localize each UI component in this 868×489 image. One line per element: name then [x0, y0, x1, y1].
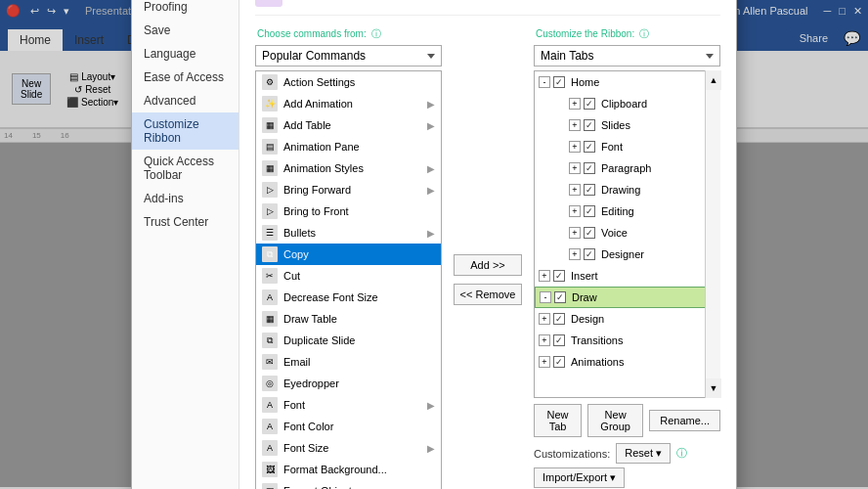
tree-checkbox[interactable] — [584, 141, 595, 153]
command-item[interactable]: AFont Size▶ — [256, 437, 441, 459]
rename-btn[interactable]: Rename... — [649, 410, 720, 431]
tree-item[interactable]: +Design — [535, 308, 719, 330]
tree-item[interactable]: +Insert — [535, 265, 719, 287]
tree-item[interactable]: +Drawing — [535, 179, 719, 200]
tree-item[interactable]: +Designer — [535, 244, 719, 265]
tree-item[interactable]: +Slides — [535, 114, 719, 136]
reset-dropdown-btn[interactable]: Reset ▾ — [616, 443, 671, 464]
command-item[interactable]: ⚙Action Settings — [256, 71, 441, 93]
ribbon-tree[interactable]: -Home+Clipboard+Slides+Font+Paragraph+Dr… — [534, 70, 720, 398]
tree-expand-btn[interactable]: - — [540, 291, 551, 303]
tree-item[interactable]: +Voice — [535, 222, 719, 244]
command-item[interactable]: ▦Draw Table — [256, 308, 441, 330]
command-icon: ◎ — [262, 376, 278, 391]
nav-save[interactable]: Save — [132, 19, 239, 42]
command-item[interactable]: AFont▶ — [256, 394, 441, 416]
nav-quick-access[interactable]: Quick Access Toolbar — [132, 150, 239, 187]
tree-expand-btn[interactable]: + — [569, 184, 581, 196]
ribbon-tree-bottom: New Tab New Group Rename... — [534, 404, 720, 437]
tree-checkbox[interactable] — [584, 205, 595, 217]
tree-item-label: Clipboard — [601, 98, 647, 110]
commands-help-icon[interactable]: ⓘ — [371, 28, 381, 39]
tree-item[interactable]: -Draw — [535, 287, 719, 308]
tree-checkbox[interactable] — [584, 227, 595, 239]
tree-expand-btn[interactable]: + — [569, 162, 581, 174]
tree-checkbox[interactable] — [553, 313, 565, 325]
new-group-btn[interactable]: New Group — [587, 404, 643, 437]
new-tab-btn[interactable]: New Tab — [534, 404, 582, 437]
tree-item-label: Paragraph — [601, 162, 651, 174]
tree-expand-btn[interactable]: + — [569, 205, 581, 217]
remove-button[interactable]: << Remove — [454, 284, 522, 305]
tree-item[interactable]: -Home — [535, 71, 719, 93]
command-item[interactable]: ▦Animation Styles▶ — [256, 157, 441, 179]
tree-checkbox[interactable] — [584, 184, 595, 196]
command-icon: A — [262, 397, 278, 413]
command-item[interactable]: ▷Bring Forward▶ — [256, 179, 441, 200]
nav-proofing[interactable]: Proofing — [132, 0, 239, 19]
command-label: Bring to Front — [283, 205, 349, 217]
command-item[interactable]: ✨Add Animation▶ — [256, 93, 441, 114]
nav-advanced[interactable]: Advanced — [132, 89, 239, 112]
tree-checkbox[interactable] — [584, 98, 595, 110]
command-icon: ▦ — [262, 483, 278, 489]
scroll-down-btn[interactable]: ▼ — [706, 378, 721, 398]
command-label: Add Animation — [283, 98, 353, 110]
reset-help-icon[interactable]: ⓘ — [676, 446, 687, 461]
tree-expand-btn[interactable]: + — [569, 141, 581, 153]
command-item[interactable]: ✂Cut — [256, 265, 441, 287]
ribbon-help-icon[interactable]: ⓘ — [639, 28, 649, 39]
command-item[interactable]: ADecrease Font Size — [256, 287, 441, 308]
command-item[interactable]: ☰Bullets▶ — [256, 222, 441, 244]
tree-checkbox[interactable] — [553, 270, 565, 282]
tree-expand-btn[interactable]: + — [569, 227, 581, 239]
tree-item[interactable]: +Transitions — [535, 330, 719, 351]
commands-from-dropdown[interactable]: Popular Commands All Commands — [255, 45, 442, 67]
tree-item[interactable]: +Font — [535, 136, 719, 157]
tree-expand-btn[interactable]: + — [539, 356, 550, 368]
command-item[interactable]: ⧉Duplicate Slide — [256, 330, 441, 351]
command-item[interactable]: ▤Animation Pane — [256, 136, 441, 157]
command-icon: ✉ — [262, 354, 278, 370]
tree-checkbox[interactable] — [553, 76, 565, 88]
command-item[interactable]: ▷Bring to Front — [256, 200, 441, 222]
customizations-label: Customizations: — [534, 448, 610, 460]
tree-checkbox[interactable] — [553, 356, 565, 368]
tree-item[interactable]: +Clipboard — [535, 93, 719, 114]
command-icon: ▤ — [262, 139, 278, 155]
tree-checkbox[interactable] — [584, 248, 595, 260]
tree-checkbox[interactable] — [553, 334, 565, 346]
nav-language[interactable]: Language — [132, 42, 239, 66]
tree-checkbox[interactable] — [584, 162, 595, 174]
command-item[interactable]: 🖼Format Background... — [256, 459, 441, 480]
tree-expand-btn[interactable]: + — [569, 119, 581, 131]
tree-item[interactable]: +Animations — [535, 351, 719, 373]
tree-expand-btn[interactable]: + — [539, 270, 550, 282]
nav-ease[interactable]: Ease of Access — [132, 66, 239, 89]
command-label: Duplicate Slide — [283, 334, 355, 346]
tree-expand-btn[interactable]: + — [539, 313, 550, 325]
tree-expand-btn[interactable]: + — [569, 248, 581, 260]
command-item[interactable]: ◎Eyedropper — [256, 373, 441, 394]
tree-item[interactable]: +Paragraph — [535, 157, 719, 179]
command-item[interactable]: ▦Add Table▶ — [256, 114, 441, 136]
import-export-btn[interactable]: Import/Export ▾ — [534, 467, 625, 488]
tree-checkbox[interactable] — [554, 291, 566, 303]
tree-expand-btn[interactable]: - — [539, 76, 550, 88]
nav-customize-ribbon[interactable]: Customize Ribbon — [132, 112, 239, 150]
nav-trust[interactable]: Trust Center — [132, 210, 239, 234]
add-button[interactable]: Add >> — [454, 254, 522, 276]
nav-addins[interactable]: Add-ins — [132, 187, 239, 210]
commands-list[interactable]: ⚙Action Settings✨Add Animation▶▦Add Tabl… — [255, 70, 442, 489]
command-item[interactable]: ▦Format Object — [256, 480, 441, 489]
tree-checkbox[interactable] — [584, 119, 595, 131]
tree-expand-btn[interactable]: + — [539, 334, 550, 346]
commands-from-label: Choose commands from: ⓘ — [255, 27, 442, 41]
tree-item[interactable]: +Editing — [535, 200, 719, 222]
command-item[interactable]: AFont Color — [256, 416, 441, 437]
command-item[interactable]: ⧉Copy — [256, 244, 441, 265]
ribbon-dropdown[interactable]: Main Tabs Tool Tabs — [534, 45, 720, 67]
tree-expand-btn[interactable]: + — [569, 98, 581, 110]
command-item[interactable]: ✉Email — [256, 351, 441, 373]
scroll-up-btn[interactable]: ▲ — [706, 70, 721, 90]
